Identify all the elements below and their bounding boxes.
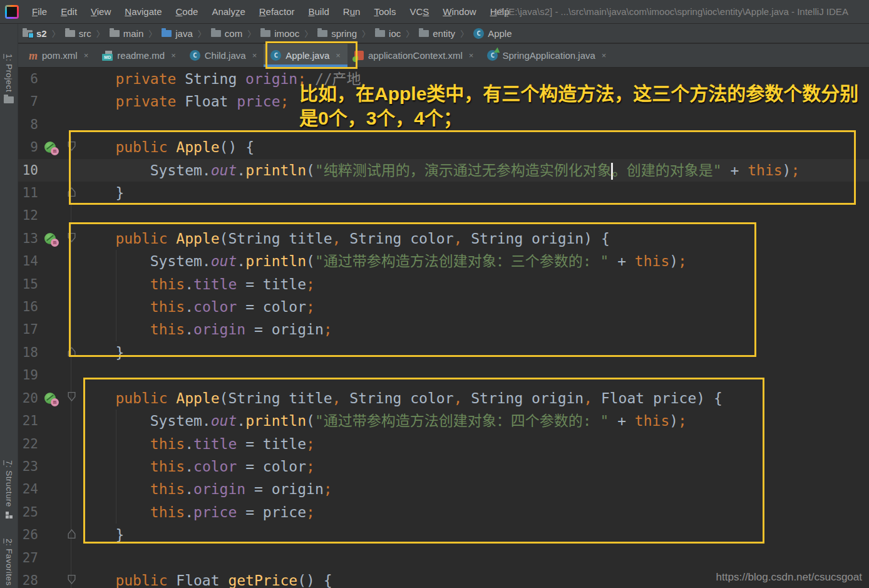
code-text[interactable]: public Float getPrice() { <box>81 569 332 588</box>
menu-window[interactable]: Window <box>436 0 483 23</box>
menu-label-pre: Analy <box>212 6 235 17</box>
menu-view[interactable]: View <box>84 0 118 23</box>
fold-marker-slot <box>62 529 81 542</box>
token <box>81 230 115 247</box>
menu-label-post: ode <box>182 6 198 17</box>
breadcrumb-item-spring[interactable]: spring <box>317 28 357 39</box>
menu-edit[interactable]: Edit <box>54 0 84 23</box>
breadcrumb-label: src <box>79 28 91 39</box>
tab-applicationcontext-xml[interactable]: applicationContext.xml× <box>347 44 481 67</box>
line-number: 23 <box>18 455 38 478</box>
breadcrumb-label: entity <box>433 28 455 39</box>
token: ; <box>678 413 687 429</box>
menu-tools[interactable]: Tools <box>367 0 403 23</box>
toolwindow-label-rest: : Structure <box>4 465 14 507</box>
breadcrumb-item-apple[interactable]: CApple <box>473 28 512 39</box>
breadcrumb-separator: 〉 <box>247 28 255 39</box>
code-text[interactable]: this.color = color; <box>81 296 315 318</box>
breadcrumb-item-imooc[interactable]: imooc <box>260 28 299 39</box>
title-bar: FileEditViewNavigateCodeAnalyzeRefactorB… <box>0 0 869 24</box>
code-text[interactable]: this.origin = origin; <box>81 478 332 500</box>
close-icon[interactable]: × <box>252 51 257 60</box>
breadcrumb-item-java[interactable]: java <box>162 28 193 39</box>
code-text[interactable]: this.title = title; <box>81 433 315 455</box>
fold-end-icon[interactable] <box>66 529 77 542</box>
code-line-17: 17 this.origin = origin; <box>18 318 869 341</box>
code-text[interactable]: public Apple(String title, String color,… <box>81 227 610 250</box>
code-text[interactable]: this.origin = origin; <box>81 318 332 341</box>
breadcrumb-item-s2[interactable]: s2 <box>23 28 47 39</box>
tab-springapplication-java[interactable]: CSpringApplication.java× <box>480 44 613 67</box>
menu-run[interactable]: Run <box>336 0 368 23</box>
token: , <box>332 390 341 406</box>
breadcrumb-item-com[interactable]: com <box>211 28 242 39</box>
menu-analyze[interactable]: Analyze <box>205 0 252 23</box>
menu-build[interactable]: Build <box>301 0 336 23</box>
menu-mnemonic: V <box>91 6 97 17</box>
fold-expanded-icon[interactable] <box>66 232 77 245</box>
fold-end-icon[interactable] <box>66 187 77 200</box>
token: Float price <box>592 390 696 406</box>
code-text[interactable]: this.color = color; <box>81 455 315 478</box>
code-text[interactable]: public Apple(String title, String color,… <box>81 387 722 410</box>
menu-file[interactable]: File <box>25 0 54 23</box>
tab-child-java[interactable]: CChild.java× <box>183 44 264 67</box>
code-text[interactable]: } <box>81 182 124 204</box>
token: getPrice <box>228 572 297 588</box>
toolwindow-button-structure[interactable]: 7: Structure <box>0 460 18 519</box>
fold-expanded-icon[interactable] <box>66 391 77 405</box>
code-text[interactable]: private Float price; <box>81 90 289 113</box>
code-text[interactable]: public Apple() { <box>81 136 254 158</box>
project-icon <box>23 30 33 37</box>
code-line-23: 23 this.color = color; <box>18 455 869 478</box>
spring-bean-gutter-icon[interactable] <box>44 393 56 404</box>
menu-refactor[interactable]: Refactor <box>252 0 302 23</box>
breadcrumb-item-src[interactable]: src <box>65 28 91 39</box>
code-text[interactable]: } <box>81 524 124 546</box>
token <box>81 436 150 452</box>
breadcrumb-label: com <box>225 28 242 39</box>
token: this <box>150 299 185 315</box>
token: public <box>115 390 167 406</box>
toolwindow-button-project[interactable]: 1: Project <box>0 54 18 103</box>
tab-apple-java[interactable]: CApple.java× <box>264 44 347 67</box>
code-text[interactable]: System.out.println("通过带参构造方法创建对象：三个参数的: … <box>81 250 687 272</box>
token: out <box>211 162 237 178</box>
close-icon[interactable]: × <box>469 51 474 60</box>
tab-pom-xml[interactable]: mpom.xml× <box>22 44 95 67</box>
code-editor[interactable]: 6 private String origin; //产地7 private F… <box>18 68 869 588</box>
token: ) <box>669 413 678 429</box>
toolwindow-button-favorites[interactable]: 2: Favorites <box>0 539 18 585</box>
breadcrumb-label: spring <box>331 28 357 39</box>
menu-label-post: uild <box>314 6 329 17</box>
token: color <box>193 458 237 475</box>
menu-bar-items: FileEditViewNavigateCodeAnalyzeRefactorB… <box>25 0 517 23</box>
toolwindow-mnemonic: 7 <box>4 460 14 465</box>
source-folder-icon <box>162 30 172 37</box>
token: this <box>150 276 185 292</box>
tab-readme-md[interactable]: MDreadme.md× <box>95 44 182 67</box>
breadcrumb-item-ioc[interactable]: ioc <box>375 28 401 39</box>
fold-expanded-icon[interactable] <box>66 141 77 154</box>
close-icon[interactable]: × <box>336 51 341 60</box>
spring-bean-gutter-icon[interactable] <box>44 233 56 244</box>
menu-navigate[interactable]: Navigate <box>118 0 168 23</box>
fold-end-icon[interactable] <box>66 346 77 359</box>
breadcrumb-item-main[interactable]: main <box>110 28 144 39</box>
code-text[interactable]: System.out.println("通过带参构造方法创建对象：四个参数的: … <box>81 410 687 432</box>
code-text[interactable]: this.title = title; <box>81 273 315 296</box>
close-icon[interactable]: × <box>171 51 176 60</box>
code-text[interactable]: } <box>81 341 124 364</box>
fold-expanded-icon[interactable] <box>66 574 77 587</box>
breadcrumb-separator: 〉 <box>52 28 60 39</box>
menu-vcs[interactable]: VCS <box>403 0 436 23</box>
line-number: 10 <box>18 159 38 182</box>
close-icon[interactable]: × <box>84 51 89 60</box>
code-text[interactable]: System.out.println("纯粹测试用的，演示通过无参构造实例化对象… <box>81 159 800 182</box>
code-text[interactable]: this.price = price; <box>81 501 315 524</box>
breadcrumb-item-entity[interactable]: entity <box>419 28 455 39</box>
close-icon[interactable]: × <box>602 51 607 60</box>
menu-code[interactable]: Code <box>169 0 205 23</box>
token: "通过带参构造方法创建对象：三个参数的: " <box>315 253 609 269</box>
spring-bean-gutter-icon[interactable] <box>44 142 56 153</box>
